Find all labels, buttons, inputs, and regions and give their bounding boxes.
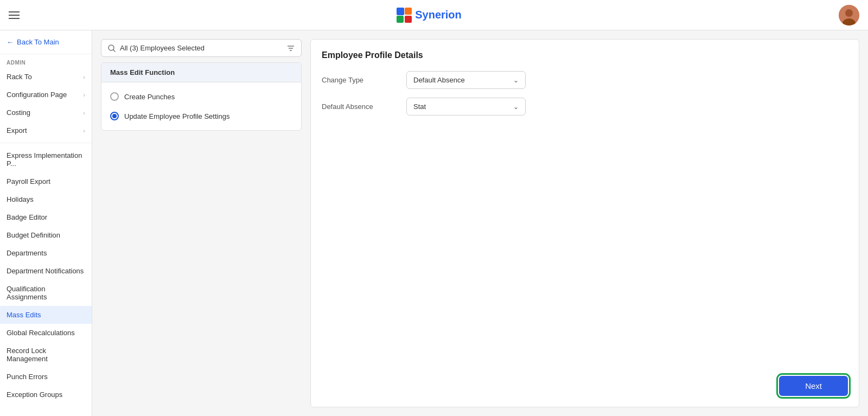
sidebar-item-label-punch-errors: Punch Errors [7, 373, 48, 381]
sidebar-item-budget-definition[interactable]: Budget Definition [0, 226, 92, 244]
sidebar-items-container: Rack To›Configuration Page›Costing›Expor… [0, 68, 92, 404]
main-layout: ← Back To Main ADMIN Rack To›Configurati… [0, 30, 868, 416]
svg-rect-1 [405, 8, 412, 15]
sidebar-item-label-express-implementation: Express Implementation P... [7, 151, 85, 168]
sidebar-item-configuration-page[interactable]: Configuration Page› [0, 86, 92, 104]
sidebar-item-express-implementation[interactable]: Express Implementation P... [0, 146, 92, 172]
sidebar-item-departments[interactable]: Departments [0, 244, 92, 262]
change-type-row: Change Type Default Absence ⌄ [322, 71, 848, 89]
change-type-chevron: ⌄ [513, 76, 519, 84]
back-label: Back To Main [17, 38, 59, 46]
sidebar-item-holidays[interactable]: Holidays [0, 190, 92, 208]
sidebar-item-label-exception-groups: Exception Groups [7, 391, 62, 399]
panel-title: Employee Profile Details [322, 50, 848, 60]
sidebar-item-costing[interactable]: Costing› [0, 104, 92, 121]
sidebar-item-label-mass-edits: Mass Edits [7, 311, 41, 319]
default-absence-label: Default Absence [322, 103, 398, 111]
default-absence-row: Default Absence Stat ⌄ [322, 98, 848, 116]
sidebar-item-chevron-costing: › [83, 110, 85, 116]
sidebar-item-chevron-export: › [83, 127, 85, 134]
sidebar-item-label-global-recalculations: Global Recalculations [7, 329, 75, 337]
svg-rect-3 [405, 16, 412, 23]
employee-search-bar [101, 39, 302, 57]
default-absence-value: Stat [413, 103, 426, 111]
sidebar-item-label-departments: Departments [7, 249, 47, 257]
brand-logo: Synerion [397, 8, 462, 23]
sidebar-item-chevron-configuration-page: › [83, 92, 85, 98]
update-employee-profile-label: Update Employee Profile Settings [124, 112, 229, 120]
sidebar-item-punch-errors[interactable]: Punch Errors [0, 368, 92, 386]
back-arrow-icon: ← [7, 38, 14, 46]
content-area: Mass Edit Function Create Punches Update… [92, 30, 868, 416]
function-card-header: Mass Edit Function [101, 63, 301, 82]
sidebar-item-export[interactable]: Export› [0, 121, 92, 139]
sidebar-item-department-notifications[interactable]: Department Notifications [0, 262, 92, 280]
sidebar-item-payroll-export[interactable]: Payroll Export [0, 172, 92, 190]
sidebar-item-global-recalculations[interactable]: Global Recalculations [0, 324, 92, 342]
sidebar-item-chevron-rack-to: › [83, 74, 85, 80]
default-absence-chevron: ⌄ [513, 103, 519, 111]
mass-edit-function-card: Mass Edit Function Create Punches Update… [101, 62, 302, 131]
next-button-container: Next [779, 376, 848, 396]
update-employee-profile-radio[interactable] [110, 112, 119, 120]
sidebar: ← Back To Main ADMIN Rack To›Configurati… [0, 30, 92, 416]
svg-rect-0 [397, 8, 404, 15]
svg-line-8 [113, 49, 116, 52]
sidebar-item-label-export: Export [7, 126, 27, 135]
sidebar-item-label-qualification-assignments: Qualification Assignments [7, 285, 85, 301]
sidebar-item-badge-editor[interactable]: Badge Editor [0, 208, 92, 226]
filter-icon[interactable] [287, 44, 295, 52]
hamburger-button[interactable] [9, 11, 20, 19]
sidebar-item-label-payroll-export: Payroll Export [7, 177, 50, 185]
left-panel: Mass Edit Function Create Punches Update… [101, 39, 302, 407]
sidebar-item-label-record-lock-management: Record Lock Management [7, 347, 85, 363]
sidebar-item-label-rack-to: Rack To [7, 73, 32, 81]
change-type-select[interactable]: Default Absence ⌄ [406, 71, 526, 89]
search-icon [108, 44, 116, 52]
back-to-main-button[interactable]: ← Back To Main [0, 30, 92, 54]
sidebar-item-label-holidays: Holidays [7, 195, 34, 203]
right-panel: Employee Profile Details Change Type Def… [310, 39, 859, 407]
search-input[interactable] [120, 44, 283, 52]
sidebar-section-label: ADMIN [0, 54, 92, 68]
svg-rect-2 [397, 16, 404, 23]
sidebar-item-record-lock-management[interactable]: Record Lock Management [0, 342, 92, 368]
create-punches-option[interactable]: Create Punches [101, 87, 301, 106]
sidebar-item-label-department-notifications: Department Notifications [7, 267, 84, 275]
create-punches-radio[interactable] [110, 92, 119, 101]
avatar-image [839, 5, 859, 25]
change-type-value: Default Absence [413, 76, 465, 84]
user-avatar[interactable] [839, 5, 859, 25]
sidebar-item-rack-to[interactable]: Rack To› [0, 68, 92, 86]
default-absence-select[interactable]: Stat ⌄ [406, 98, 526, 116]
sidebar-item-mass-edits[interactable]: Mass Edits [0, 306, 92, 324]
svg-point-5 [845, 9, 853, 17]
sidebar-item-qualification-assignments[interactable]: Qualification Assignments [0, 280, 92, 306]
next-button[interactable]: Next [779, 376, 848, 396]
brand-logo-icon [397, 8, 412, 23]
change-type-label: Change Type [322, 76, 398, 84]
top-nav: Synerion [0, 0, 868, 30]
function-options: Create Punches Update Employee Profile S… [101, 82, 301, 130]
brand-name: Synerion [415, 9, 462, 21]
create-punches-label: Create Punches [124, 93, 175, 101]
update-employee-profile-option[interactable]: Update Employee Profile Settings [101, 106, 301, 126]
sidebar-item-exception-groups[interactable]: Exception Groups [0, 386, 92, 404]
sidebar-item-label-costing: Costing [7, 108, 30, 117]
sidebar-item-label-badge-editor: Badge Editor [7, 213, 47, 221]
sidebar-item-label-configuration-page: Configuration Page [7, 91, 67, 99]
sidebar-divider [0, 143, 92, 143]
sidebar-item-label-budget-definition: Budget Definition [7, 231, 60, 239]
